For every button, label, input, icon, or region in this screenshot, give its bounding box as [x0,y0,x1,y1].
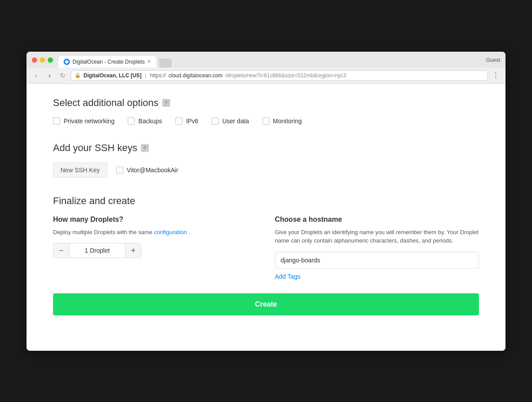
option-user-data[interactable]: User data [212,118,249,125]
checkbox-vitor-key[interactable] [116,167,123,174]
increment-droplets-button[interactable]: + [125,243,141,258]
additional-options-title: Select additional options ? [53,97,479,109]
droplets-count-col: How many Droplets? Deploy multiple Dropl… [53,216,257,280]
tab-favicon [64,59,70,65]
additional-options-row: Private networking Backups IPv6 User dat… [53,118,479,125]
browser-controls [32,57,53,63]
finalize-grid: How many Droplets? Deploy multiple Dropl… [53,216,479,280]
address-protocol: https:// [150,72,166,79]
ssh-key-vitor[interactable]: Vitor@MacbookAir [116,167,179,174]
droplet-counter: − 1 Droplet + [53,243,141,258]
hostname-input[interactable] [275,252,479,269]
ssh-keys-help-icon[interactable]: ? [141,144,149,152]
tab-title: DigitalOcean - Create Droplets [72,59,144,65]
checkbox-backups[interactable] [128,118,135,125]
new-tab-placeholder[interactable] [159,59,171,68]
forward-button[interactable]: › [44,70,55,81]
svg-point-0 [65,60,68,64]
back-button[interactable]: ‹ [31,70,42,81]
address-site: DigitalOcean, LLC [US] [84,72,141,79]
hostname-description: Give your Droplets an identifying name y… [275,228,479,245]
droplets-count-value: 1 Droplet [69,243,125,258]
browser-titlebar: DigitalOcean - Create Droplets ✕ Guest [27,52,505,68]
browser-nav: ‹ › ↻ 🔒 DigitalOcean, LLC [US] | https:/… [27,68,505,84]
tab-bar: DigitalOcean - Create Droplets ✕ [58,56,171,68]
add-tags-link[interactable]: Add Tags [275,273,300,280]
finalize-section: Finalize and create How many Droplets? D… [53,195,479,315]
ssh-keys-title: Add your SSH keys ? [53,142,479,154]
address-domain: cloud.digitalocean.com [169,72,223,79]
option-monitoring[interactable]: Monitoring [262,118,302,125]
close-button[interactable] [32,57,37,63]
checkbox-monitoring[interactable] [262,118,270,125]
droplets-count-description: Deploy multiple Droplets with the same c… [53,228,257,237]
guest-label: Guest [486,57,500,63]
active-tab[interactable]: DigitalOcean - Create Droplets ✕ [58,56,156,68]
hostname-col: Choose a hostname Give your Droplets an … [275,216,479,280]
hostname-heading: Choose a hostname [275,216,479,224]
option-backups[interactable]: Backups [128,118,162,125]
option-private-networking[interactable]: Private networking [53,118,114,125]
tab-close-icon[interactable]: ✕ [147,59,151,64]
lock-icon: 🔒 [75,72,81,78]
create-button[interactable]: Create [53,293,479,315]
ssh-row: New SSH Key Vitor@MacbookAir [53,163,479,178]
reload-button[interactable]: ↻ [57,70,68,81]
configuration-link[interactable]: configuration [154,229,186,235]
address-separator: | [145,72,146,79]
decrement-droplets-button[interactable]: − [53,243,69,258]
fullscreen-button[interactable] [48,57,53,63]
additional-options-section: Select additional options ? Private netw… [53,97,479,125]
finalize-title: Finalize and create [53,195,479,207]
page-content: Select additional options ? Private netw… [27,84,505,351]
checkbox-ipv6[interactable] [175,118,182,125]
checkbox-private-networking[interactable] [53,118,60,125]
address-path: /droplets/new?i=81c866&size=512mb&region… [225,72,346,79]
browser-window: DigitalOcean - Create Droplets ✕ Guest ‹… [27,52,505,351]
option-ipv6[interactable]: IPv6 [175,118,198,125]
checkbox-user-data[interactable] [212,118,219,125]
new-ssh-key-button[interactable]: New SSH Key [53,163,107,178]
browser-menu-button[interactable]: ⋮ [490,70,501,81]
droplets-count-heading: How many Droplets? [53,216,257,224]
additional-options-help-icon[interactable]: ? [162,99,170,107]
ssh-keys-section: Add your SSH keys ? New SSH Key Vitor@Ma… [53,142,479,178]
minimize-button[interactable] [40,57,45,63]
address-bar[interactable]: 🔒 DigitalOcean, LLC [US] | https://cloud… [71,70,488,81]
